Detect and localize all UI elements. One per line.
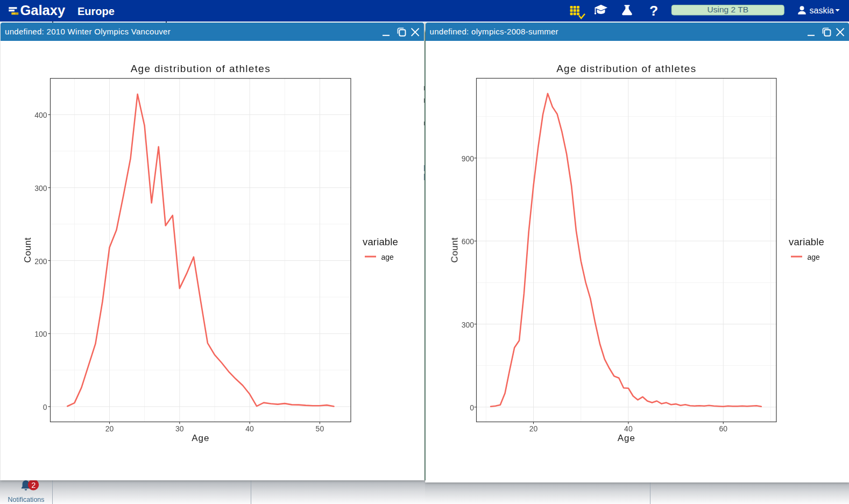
svg-text:40: 40 [245, 424, 254, 433]
svg-text:Age distribution of athletes: Age distribution of athletes [131, 63, 271, 74]
svg-text:40: 40 [624, 424, 633, 433]
svg-text:50: 50 [316, 424, 324, 433]
svg-text:60: 60 [719, 424, 727, 433]
svg-text:Galaxy: Galaxy [20, 3, 66, 18]
svg-text:300: 300 [461, 321, 474, 329]
svg-text:0: 0 [43, 403, 47, 411]
svg-text:saskia: saskia [810, 6, 834, 15]
svg-text:Age distribution of athletes: Age distribution of athletes [556, 63, 696, 74]
svg-text:variable: variable [363, 236, 398, 247]
svg-text:100: 100 [34, 330, 47, 338]
svg-text:Count: Count [449, 237, 459, 262]
svg-text:0: 0 [470, 403, 474, 412]
svg-text:age: age [381, 253, 394, 261]
svg-text:?: ? [649, 3, 658, 19]
svg-text:20: 20 [529, 424, 537, 433]
svg-text:20: 20 [105, 424, 114, 433]
svg-text:300: 300 [34, 184, 47, 193]
svg-text:variable: variable [789, 236, 824, 247]
svg-text:age: age [807, 253, 820, 261]
svg-text:30: 30 [175, 424, 184, 433]
svg-text:Age: Age [617, 433, 635, 443]
svg-text:200: 200 [34, 257, 47, 266]
svg-text:Count: Count [23, 238, 33, 263]
svg-text:Using 2 TB: Using 2 TB [708, 5, 748, 14]
svg-text:400: 400 [34, 111, 47, 119]
svg-text:600: 600 [461, 237, 474, 246]
svg-text:900: 900 [461, 154, 474, 163]
svg-text:Age: Age [192, 433, 209, 443]
svg-text:Europe: Europe [77, 5, 115, 17]
